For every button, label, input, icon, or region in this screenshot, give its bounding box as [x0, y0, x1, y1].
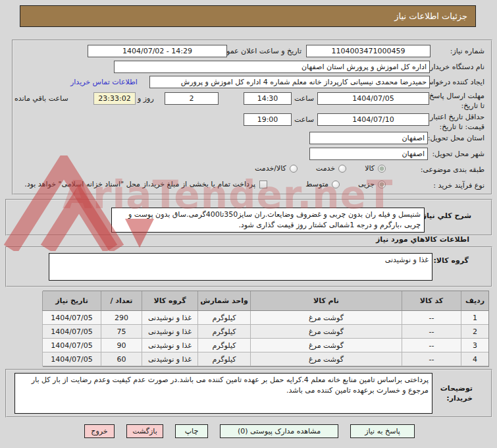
province-label: استان محل تحویل: — [428, 134, 484, 142]
countdown-suffix-label: ساعت باقي مانده — [14, 94, 68, 103]
table-cell: 90 — [101, 339, 142, 352]
reply-deadline-date-field[interactable]: 1404/07/05 — [317, 92, 429, 105]
page-title: جزئیات اطلاعات نیاز — [20, 5, 476, 27]
table-cell: کیلوگرم — [197, 352, 250, 366]
radio-goods-service[interactable]: کالا/خدمت — [255, 164, 298, 173]
table-cell: کیلوگرم — [197, 311, 250, 325]
goods-group-groupbox: گروه کالا: غذا و نوشیدنی — [5, 246, 492, 287]
announce-datetime-label: تاریخ و ساعت اعلان عمومی: — [214, 47, 301, 55]
table-cell: -- — [402, 311, 461, 325]
goods-section-heading: اطلاعات کالاهاي مورد نیاز — [376, 235, 469, 244]
table-cell: گوشت مرغ — [250, 352, 402, 366]
classification-radio-group: کالا خدمت کالا/خدمت — [255, 164, 386, 173]
price-validity-time-field[interactable]: 19:00 — [244, 113, 292, 126]
table-cell: 1404/07/05 — [42, 325, 101, 339]
exit-button[interactable]: خروج — [84, 424, 115, 438]
col-header-item-code: کد کالا — [402, 291, 461, 311]
remaining-days-field[interactable]: 2 — [165, 92, 219, 105]
table-cell: غذا و نوشیدنی — [142, 352, 197, 366]
back-button[interactable]: بازگشت — [126, 424, 163, 438]
need-details-page: { "title_bar": { "text": "جزئیات اطلاعات… — [0, 0, 497, 448]
table-cell: گوشت مرغ — [250, 339, 402, 352]
buyer-notes-label: توضیحات خریدار: — [432, 383, 473, 404]
radio-icon — [338, 165, 346, 173]
buyer-notes-groupbox: توضیحات خریدار: پرداختی براساس تامین منا… — [5, 369, 492, 418]
need-number-label: شماره نیاز: — [450, 47, 484, 55]
radio-service-label: خدمت — [316, 164, 335, 173]
province-field[interactable]: اصفهان — [309, 132, 428, 144]
buyer-org-field[interactable]: اداره کل اموزش و پرورش استان اصفهان — [114, 61, 430, 73]
buyer-contact-link[interactable]: اطلاعات تماس خریدار — [70, 78, 138, 86]
col-header-quantity: تعداد / مقدار — [101, 291, 142, 311]
table-cell: 75 — [101, 325, 142, 339]
table-cell: 4 — [461, 352, 488, 366]
table-cell: 290 — [101, 311, 142, 325]
table-cell: 1404/07/05 — [42, 352, 101, 366]
action-buttons: پاسخ به نیاز مشاهده مدارک پیوستی (0) چاپ… — [84, 424, 415, 438]
price-validity-time-label: ساعت — [294, 115, 314, 124]
col-header-unit: واحد شمارش — [197, 291, 250, 311]
table-cell: 2 — [461, 325, 488, 339]
request-creator-field[interactable]: حمیدرضا محمدی نیسیانی کارپرداز خانه معلم… — [149, 76, 430, 88]
goods-group-label: گروه کالا: — [433, 256, 469, 265]
need-number-field[interactable]: 1104003471000459 — [306, 45, 431, 57]
col-header-row-number: ردیف — [461, 291, 488, 311]
reply-deadline-time-field[interactable]: 14:30 — [244, 92, 292, 105]
table-cell: گوشت مرغ — [250, 325, 402, 339]
reply-deadline-label: مهلت ارسال پاسخ: تا تاریخ: — [425, 91, 484, 111]
reply-deadline-time-label: ساعت — [294, 94, 314, 103]
view-attachments-button[interactable]: مشاهده مدارک پیوستی (0) — [220, 424, 338, 438]
table-cell: 60 — [101, 352, 142, 366]
table-cell: 3 — [461, 339, 488, 352]
city-field[interactable]: اصفهان — [309, 148, 428, 160]
price-validity-date-field[interactable]: 1404/07/10 — [317, 113, 429, 126]
radio-goods[interactable]: کالا — [365, 164, 386, 173]
city-label: شهر محل تحویل: — [432, 150, 484, 158]
radio-icon — [290, 165, 298, 173]
table-cell: 1 — [461, 311, 488, 325]
countdown-timer: 23:33:02 — [93, 92, 136, 105]
table-cell: -- — [402, 325, 461, 339]
respond-to-need-button[interactable]: پاسخ به نیاز — [350, 424, 415, 438]
col-header-group: گروه کالا — [142, 291, 197, 311]
goods-table: ردیف کد کالا نام کالا واحد شمارش گروه کا… — [43, 291, 489, 367]
days-suffix-label: روز و — [138, 94, 154, 103]
table-cell: کیلوگرم — [197, 339, 250, 352]
radio-goods-service-label: کالا/خدمت — [255, 164, 286, 173]
col-header-item-name: نام کالا — [250, 291, 402, 311]
radio-goods-label: کالا — [365, 164, 375, 173]
radio-service[interactable]: خدمت — [316, 164, 346, 173]
price-validity-label: حداقل تاریخ اعتبار قیمت: تا تاریخ: — [422, 112, 484, 132]
table-cell: 1404/07/05 — [42, 339, 101, 352]
announce-datetime-field[interactable]: 1404/07/02 - 14:29 — [88, 45, 227, 57]
buyer-org-label: نام دستگاه خریدار: — [427, 63, 484, 71]
table-cell: کیلوگرم — [197, 325, 250, 339]
buyer-notes-textarea[interactable]: پرداختی براساس تامین منابع خانه معلم 4.ک… — [14, 373, 432, 414]
watermark-logo-icon — [1, 155, 169, 251]
table-cell: -- — [402, 339, 461, 352]
print-button[interactable]: چاپ — [175, 424, 208, 438]
col-header-need-date: تاریخ نیاز — [42, 291, 101, 311]
table-cell: گوشت مرغ — [250, 311, 402, 325]
table-cell: غذا و نوشیدنی — [142, 325, 197, 339]
table-cell: غذا و نوشیدنی — [142, 311, 197, 325]
table-cell: غذا و نوشیدنی — [142, 339, 197, 352]
table-cell: -- — [402, 352, 461, 366]
radio-selected-icon — [378, 165, 386, 173]
table-cell: 1404/07/05 — [42, 311, 101, 325]
goods-group-textarea[interactable]: غذا و نوشیدنی — [49, 253, 432, 281]
